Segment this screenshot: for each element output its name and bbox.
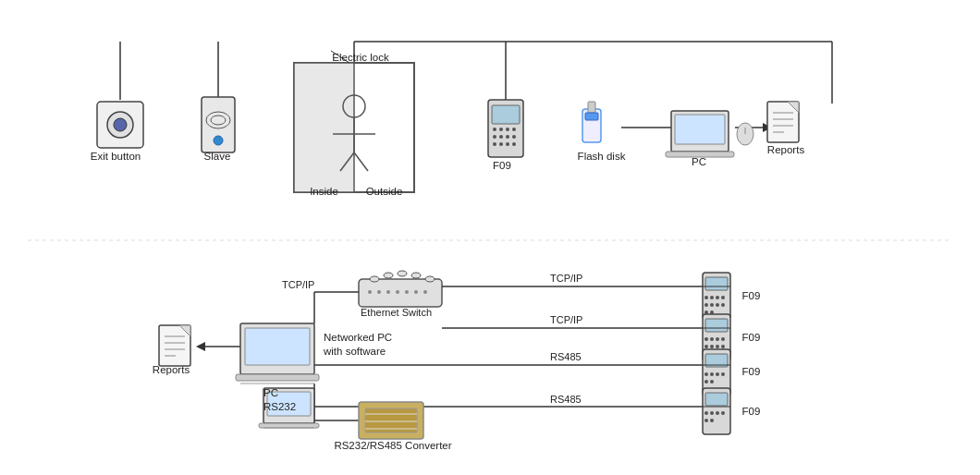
svg-point-118 <box>716 372 719 376</box>
svg-point-111 <box>710 345 714 348</box>
svg-point-33 <box>512 135 516 139</box>
svg-point-32 <box>506 135 509 139</box>
svg-point-99 <box>710 303 714 307</box>
svg-point-36 <box>506 142 509 146</box>
svg-point-117 <box>710 372 714 376</box>
svg-point-125 <box>710 411 714 415</box>
svg-point-35 <box>499 142 503 146</box>
svg-rect-105 <box>705 319 728 332</box>
svg-point-109 <box>721 337 725 341</box>
svg-point-31 <box>499 135 503 139</box>
svg-point-63 <box>423 290 427 294</box>
svg-point-59 <box>386 290 390 294</box>
svg-rect-76 <box>236 374 319 381</box>
svg-point-30 <box>493 135 496 139</box>
svg-point-112 <box>716 345 719 348</box>
svg-point-126 <box>716 411 719 415</box>
networked-pc-label: Networked PCwith software <box>324 331 416 359</box>
svg-rect-75 <box>245 328 310 365</box>
f09-r2-label: F09 <box>735 331 767 345</box>
svg-rect-123 <box>705 393 728 406</box>
svg-rect-93 <box>705 277 728 290</box>
svg-point-62 <box>414 290 418 294</box>
svg-point-107 <box>710 337 714 341</box>
svg-point-96 <box>716 296 719 299</box>
svg-rect-10 <box>294 63 354 192</box>
svg-point-54 <box>398 271 407 276</box>
inside-label: Inside <box>294 185 354 199</box>
svg-point-37 <box>512 142 516 146</box>
svg-rect-40 <box>585 113 598 120</box>
pc-top-label: PC <box>671 155 727 169</box>
pc-rs232-label: PCRS232 <box>263 386 319 414</box>
tcp-ip-label-2: TCP/IP <box>550 314 582 325</box>
svg-point-121 <box>710 380 714 384</box>
f09-top-label: F09 <box>479 159 525 173</box>
svg-point-129 <box>710 419 714 422</box>
svg-point-19 <box>114 118 127 131</box>
svg-point-27 <box>499 128 503 131</box>
svg-point-53 <box>384 273 393 278</box>
svg-point-28 <box>506 128 509 131</box>
f09-r4-label: F09 <box>735 405 767 419</box>
tcp-ip-label-1: TCP/IP <box>550 273 582 284</box>
svg-rect-42 <box>675 115 725 144</box>
svg-point-101 <box>721 303 725 307</box>
svg-point-29 <box>512 128 516 131</box>
flash-disk-label: Flash disk <box>571 150 631 164</box>
svg-point-34 <box>493 142 496 146</box>
slave-label: Slave <box>190 150 245 164</box>
tcp-ip-left-label: TCP/IP <box>282 279 314 290</box>
svg-point-23 <box>214 136 223 145</box>
svg-point-60 <box>396 290 399 294</box>
svg-point-58 <box>377 290 381 294</box>
svg-point-116 <box>704 372 708 376</box>
svg-line-15 <box>354 152 368 171</box>
f09-r3-label: F09 <box>735 365 767 379</box>
svg-point-124 <box>704 411 708 415</box>
exit-button-label: Exit button <box>83 150 148 164</box>
rs232-rs485-label: RS232/RS485 Converter <box>333 439 453 453</box>
svg-point-100 <box>716 303 719 307</box>
svg-point-56 <box>425 276 435 282</box>
svg-point-95 <box>710 296 714 299</box>
svg-point-127 <box>721 411 725 415</box>
reports-bottom-label: Reports <box>143 363 199 377</box>
svg-rect-25 <box>492 105 520 124</box>
svg-point-57 <box>368 290 372 294</box>
svg-point-97 <box>721 296 725 299</box>
electric-lock-label: Electric lock <box>324 51 398 65</box>
outside-label: Outside <box>354 185 414 199</box>
svg-rect-80 <box>259 423 319 428</box>
f09-r1-label: F09 <box>735 289 767 303</box>
svg-point-61 <box>405 290 409 294</box>
svg-point-110 <box>704 345 708 348</box>
svg-point-98 <box>704 303 708 307</box>
svg-point-119 <box>721 372 725 376</box>
svg-point-55 <box>411 273 421 278</box>
svg-point-52 <box>370 276 379 282</box>
system-diagram: TCP/IP TCP/IP TCP/IP RS485 RS485 Etherne… <box>0 0 980 475</box>
svg-point-120 <box>704 380 708 384</box>
reports-top-label: Reports <box>758 143 814 157</box>
rs485-label-2: RS485 <box>550 394 582 405</box>
svg-point-94 <box>704 296 708 299</box>
ethernet-switch-label: Ethernet Switch <box>361 307 432 318</box>
svg-point-26 <box>493 128 496 131</box>
svg-point-128 <box>704 419 708 422</box>
svg-rect-39 <box>588 102 595 113</box>
rs485-label-1: RS485 <box>550 351 582 362</box>
svg-point-113 <box>721 345 725 348</box>
svg-point-108 <box>716 337 719 341</box>
svg-point-106 <box>704 337 708 341</box>
svg-marker-73 <box>196 342 205 351</box>
